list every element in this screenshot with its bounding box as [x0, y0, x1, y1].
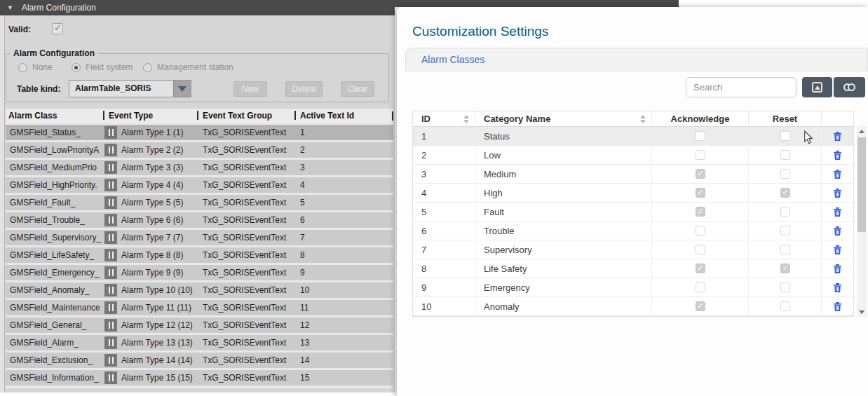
trash-icon[interactable]: [833, 188, 842, 198]
alarm-table-row[interactable]: GMSField_Emergency_ Alarm Type 9 (9) TxG…: [6, 265, 393, 280]
acknowledge-checkbox[interactable]: [696, 226, 705, 235]
trash-icon[interactable]: [833, 207, 842, 217]
sort-icon[interactable]: [640, 115, 646, 123]
alarm-class-row[interactable]: 1 Status: [413, 127, 853, 146]
scroll-down-icon[interactable]: [857, 307, 867, 317]
dropdown-button[interactable]: [173, 81, 191, 97]
alarm-table-row[interactable]: GMSField_MediumPrio Alarm Type 3 (3) TxG…: [6, 160, 393, 175]
new-button[interactable]: New: [233, 81, 267, 97]
scrollbar-thumb[interactable]: [857, 137, 866, 232]
pause-icon[interactable]: [104, 336, 117, 349]
reset-checkbox[interactable]: [780, 150, 790, 160]
column-header-alarm-class[interactable]: Alarm Class: [6, 109, 103, 123]
pause-icon[interactable]: [104, 354, 117, 367]
alarm-class-row[interactable]: 2 Low: [413, 146, 853, 165]
pause-icon[interactable]: [104, 144, 117, 156]
alarm-table-row[interactable]: GMSField_Supervisory_ Alarm Type 7 (7) T…: [6, 230, 393, 245]
alarm-table-row[interactable]: GMSField_Anomaly_ Alarm Type 10 (10) TxG…: [6, 282, 393, 298]
pause-icon[interactable]: [104, 319, 117, 332]
category-name-cell: Fault: [475, 203, 651, 221]
alarm-table-row[interactable]: GMSField_General_ Alarm Type 12 (12) TxG…: [6, 318, 393, 333]
reset-checkbox[interactable]: [780, 282, 790, 292]
reset-checkbox[interactable]: [780, 169, 790, 179]
clear-button[interactable]: Clear: [341, 81, 374, 97]
scroll-up-icon[interactable]: [857, 126, 867, 136]
reset-checkbox[interactable]: [780, 188, 790, 198]
alarm-table-row[interactable]: GMSField_HighPriority. Alarm Type 4 (4) …: [6, 177, 393, 193]
column-header-event-type[interactable]: Event Type: [103, 109, 197, 123]
sort-icon[interactable]: [463, 115, 469, 123]
alarm-class-row[interactable]: 8 Life Safety: [413, 259, 853, 278]
acknowledge-checkbox[interactable]: [696, 207, 705, 217]
pause-icon[interactable]: [104, 126, 117, 139]
radio-management-station[interactable]: Management station: [143, 62, 233, 72]
reset-checkbox[interactable]: [780, 207, 790, 217]
alarm-table-row[interactable]: GMSField_LifeSafety_ Alarm Type 8 (8) Tx…: [6, 247, 393, 263]
alarm-table-row[interactable]: GMSField_Alarm_ Alarm Type 13 (13) TxG_S…: [6, 335, 393, 350]
pause-icon[interactable]: [104, 161, 117, 174]
table-kind-dropdown[interactable]: AlarmTable_SORIS: [69, 80, 191, 97]
search-input[interactable]: [686, 77, 796, 97]
acknowledge-checkbox[interactable]: [696, 301, 705, 311]
reset-checkbox[interactable]: [780, 301, 790, 311]
trash-icon[interactable]: [833, 150, 842, 161]
alarm-class-row[interactable]: 7 Supervisory: [413, 240, 853, 259]
trash-icon[interactable]: [833, 301, 842, 312]
reset-checkbox[interactable]: [780, 226, 790, 235]
acknowledge-checkbox[interactable]: [696, 282, 705, 292]
column-header-id[interactable]: ID: [413, 111, 475, 127]
trash-icon[interactable]: [833, 169, 842, 179]
collapse-icon[interactable]: ▼: [7, 4, 13, 11]
trash-icon[interactable]: [833, 245, 842, 255]
valid-checkbox[interactable]: [52, 23, 63, 34]
alarm-table-row[interactable]: GMSField_Fault_ Alarm Type 5 (5) TxG_SOR…: [6, 195, 393, 210]
toggle-view-button[interactable]: [834, 77, 865, 97]
acknowledge-checkbox[interactable]: [696, 131, 705, 141]
acknowledge-checkbox[interactable]: [696, 188, 705, 198]
column-header-category-name[interactable]: Category Name: [475, 111, 651, 127]
alarm-table-row[interactable]: GMSField_Exclusion_ Alarm Type 14 (14) T…: [6, 353, 393, 368]
acknowledge-checkbox[interactable]: [696, 245, 705, 254]
alarm-table-row[interactable]: GMSField_LowPriorityA Alarm Type 2 (2) T…: [6, 142, 393, 158]
alarm-class-row[interactable]: 10 Anomaly: [413, 297, 853, 316]
trash-icon[interactable]: [833, 264, 842, 274]
trash-icon[interactable]: [833, 282, 842, 293]
alarm-class-cell: GMSField_Supervisory_: [6, 230, 103, 245]
alarm-class-row[interactable]: 5 Fault: [413, 203, 853, 221]
pause-icon[interactable]: [104, 214, 117, 226]
acknowledge-checkbox[interactable]: [696, 264, 705, 273]
pause-icon[interactable]: [104, 179, 117, 191]
pause-icon[interactable]: [104, 301, 117, 314]
event-text-group-cell: TxG_SORISEventText: [197, 212, 294, 228]
tab-alarm-classes[interactable]: Alarm Classes: [421, 54, 484, 65]
alarm-class-row[interactable]: 9 Emergency: [413, 278, 853, 297]
alarm-class-row[interactable]: 3 Medium: [413, 165, 853, 184]
column-header-active-text-id[interactable]: Active Text Id: [294, 109, 389, 123]
alarm-table-row[interactable]: GMSField_Status_ Alarm Type 1 (1) TxG_SO…: [6, 125, 393, 140]
alarm-class-row[interactable]: 4 High: [413, 184, 853, 203]
acknowledge-checkbox[interactable]: [696, 169, 705, 179]
alarm-table-row[interactable]: GMSField_Trouble_ Alarm Type 6 (6) TxG_S…: [6, 212, 393, 228]
table-scrollbar[interactable]: [857, 126, 867, 317]
acknowledge-checkbox[interactable]: [696, 150, 705, 160]
trash-icon[interactable]: [833, 226, 842, 236]
alarm-table-row[interactable]: GMSField_Maintenance Alarm Type 11 (11) …: [6, 300, 393, 315]
pause-icon[interactable]: [104, 371, 117, 384]
radio-none[interactable]: None: [18, 62, 53, 72]
pause-icon[interactable]: [104, 249, 117, 261]
pause-icon[interactable]: [104, 284, 117, 296]
image-export-button[interactable]: [802, 77, 832, 97]
reset-checkbox[interactable]: [780, 264, 790, 273]
panel-titlebar[interactable]: ▼ Alarm Configuration: [0, 0, 395, 15]
pause-icon[interactable]: [104, 196, 117, 209]
radio-field-system[interactable]: Field system: [72, 62, 133, 72]
column-header-event-text-group[interactable]: Event Text Group: [197, 109, 294, 123]
alarm-table-row[interactable]: GMSField_Information_ Alarm Type 15 (15)…: [6, 370, 393, 385]
reset-checkbox[interactable]: [780, 245, 790, 254]
pause-icon[interactable]: [104, 231, 117, 244]
reset-checkbox[interactable]: [780, 131, 790, 141]
pause-icon[interactable]: [104, 266, 117, 279]
delete-button[interactable]: Delete: [285, 81, 323, 97]
alarm-class-row[interactable]: 6 Trouble: [413, 221, 853, 240]
trash-icon[interactable]: [833, 131, 842, 142]
